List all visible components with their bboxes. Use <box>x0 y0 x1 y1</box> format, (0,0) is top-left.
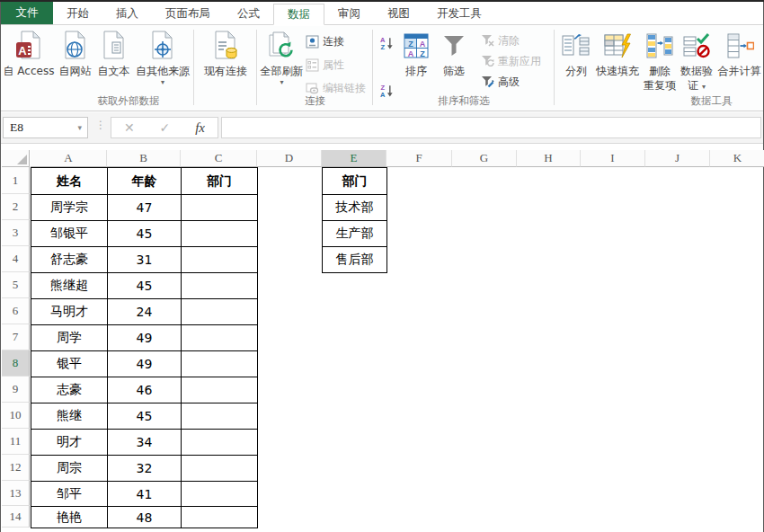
column-header-E[interactable]: E <box>322 150 386 167</box>
cell-A10[interactable]: 熊继 <box>31 403 108 430</box>
cell-E3[interactable]: 生产部 <box>322 220 387 247</box>
column-header-H[interactable]: H <box>517 150 581 167</box>
cell-C6[interactable] <box>181 298 258 325</box>
cell-A11[interactable]: 明才 <box>31 429 108 456</box>
name-box[interactable]: E8 ▾ <box>3 117 88 138</box>
button-label: 属性 <box>323 58 344 73</box>
cell-B12[interactable]: 32 <box>107 455 182 482</box>
cell-C9[interactable] <box>181 377 258 403</box>
cell-C10[interactable] <box>181 403 258 430</box>
cell-A2[interactable]: 周学宗 <box>31 194 108 221</box>
column-header-I[interactable]: I <box>581 150 645 167</box>
cell-A13[interactable]: 邹平 <box>31 481 108 507</box>
row-header-7[interactable]: 7 <box>2 324 30 350</box>
tab-0[interactable]: 开始 <box>53 4 102 24</box>
cell-B4[interactable]: 31 <box>107 246 182 273</box>
cell-A4[interactable]: 舒志豪 <box>31 246 108 273</box>
cell-C14[interactable] <box>181 506 258 528</box>
cell-B13[interactable]: 41 <box>107 481 182 507</box>
cell-E1[interactable]: 部门 <box>322 167 387 195</box>
cell-C8[interactable] <box>181 350 258 377</box>
cell-B1[interactable]: 年龄 <box>107 167 182 195</box>
cell-C5[interactable] <box>181 272 258 299</box>
ribbon-tab-bar: 文件 开始插入页面布局公式数据审阅视图开发工具 <box>1 2 763 25</box>
column-header-D[interactable]: D <box>257 150 322 167</box>
edit-links-icon <box>305 81 320 95</box>
cell-A5[interactable]: 熊继超 <box>31 272 108 299</box>
row-header-14[interactable]: 14 <box>2 506 30 528</box>
reapply-filter-button[interactable]: 重新应用 <box>480 52 541 70</box>
formula-bar-splitter[interactable]: ⋮ <box>95 119 106 131</box>
cell-A14[interactable]: 艳艳 <box>31 506 108 528</box>
row-header-1[interactable]: 1 <box>2 167 30 194</box>
column-header-F[interactable]: F <box>386 150 452 167</box>
flash-fill-button[interactable]: 快速填充 <box>594 29 641 111</box>
row-header-12[interactable]: 12 <box>2 455 30 481</box>
cell-C2[interactable] <box>181 194 258 221</box>
cell-A8[interactable]: 银平 <box>31 350 108 377</box>
cell-A1[interactable]: 姓名 <box>31 167 108 195</box>
sort-ascending-button[interactable]: A Z <box>379 34 397 52</box>
cell-A7[interactable]: 周学 <box>31 324 108 351</box>
cell-C1[interactable]: 部门 <box>181 167 258 195</box>
advanced-filter-button[interactable]: 高级 <box>480 73 520 91</box>
cell-A12[interactable]: 周宗 <box>31 455 108 482</box>
cell-B5[interactable]: 45 <box>107 272 182 299</box>
column-header-C[interactable]: C <box>181 150 257 167</box>
connections-button[interactable]: 连接 <box>305 32 344 50</box>
row-header-2[interactable]: 2 <box>2 194 30 220</box>
select-all-corner[interactable] <box>2 150 30 167</box>
cell-B6[interactable]: 24 <box>107 298 182 325</box>
cell-C11[interactable] <box>181 429 258 456</box>
row-header-8[interactable]: 8 <box>2 350 30 377</box>
row-header-11[interactable]: 11 <box>2 429 30 455</box>
enter-icon[interactable]: ✓ <box>160 120 171 135</box>
cell-C7[interactable] <box>181 324 258 351</box>
cell-B7[interactable]: 49 <box>107 324 182 351</box>
cell-B8[interactable]: 49 <box>107 350 182 377</box>
tab-7[interactable]: 开发工具 <box>423 4 495 24</box>
cell-B10[interactable]: 45 <box>107 403 182 430</box>
cell-A3[interactable]: 邹银平 <box>31 220 108 247</box>
column-header-K[interactable]: K <box>710 150 764 167</box>
cancel-icon[interactable]: ✕ <box>124 120 135 135</box>
tab-3[interactable]: 公式 <box>224 4 273 24</box>
column-header-B[interactable]: B <box>107 150 181 167</box>
row-header-5[interactable]: 5 <box>2 272 30 298</box>
text-to-columns-button[interactable]: 分列 <box>559 29 593 111</box>
column-header-A[interactable]: A <box>31 150 107 167</box>
cell-A9[interactable]: 志豪 <box>31 377 108 403</box>
tab-5[interactable]: 审阅 <box>324 4 374 24</box>
row-header-9[interactable]: 9 <box>2 377 30 403</box>
cell-E2[interactable]: 技术部 <box>322 194 387 221</box>
tab-6[interactable]: 视图 <box>374 4 423 24</box>
cell-B2[interactable]: 47 <box>107 194 182 221</box>
cell-C4[interactable] <box>181 246 258 273</box>
tab-1[interactable]: 插入 <box>102 4 152 24</box>
column-header-J[interactable]: J <box>645 150 710 167</box>
cell-C13[interactable] <box>181 481 258 507</box>
name-box-dropdown-icon[interactable]: ▾ <box>77 123 82 132</box>
dropdown-arrow-icon: ▾ <box>702 83 706 91</box>
row-header-13[interactable]: 13 <box>2 481 30 506</box>
cell-B11[interactable]: 34 <box>107 429 182 456</box>
tab-2[interactable]: 页面布局 <box>152 4 224 24</box>
clear-filter-button[interactable]: 清除 <box>480 31 520 49</box>
properties-button[interactable]: 属性 <box>305 56 344 74</box>
row-header-10[interactable]: 10 <box>2 403 30 429</box>
formula-input[interactable] <box>221 117 761 138</box>
cell-B9[interactable]: 46 <box>107 377 182 403</box>
row-header-4[interactable]: 4 <box>2 246 30 272</box>
cell-B14[interactable]: 48 <box>107 506 182 528</box>
cell-B3[interactable]: 45 <box>107 220 182 247</box>
tab-4[interactable]: 数据 <box>273 4 324 25</box>
tab-file[interactable]: 文件 <box>1 2 53 24</box>
cell-C12[interactable] <box>181 455 258 482</box>
row-header-6[interactable]: 6 <box>2 298 30 324</box>
column-header-G[interactable]: G <box>452 150 517 167</box>
cell-E4[interactable]: 售后部 <box>322 246 387 273</box>
insert-function-icon[interactable]: fx <box>195 120 205 136</box>
row-header-3[interactable]: 3 <box>2 220 30 246</box>
cell-A6[interactable]: 马明才 <box>31 298 108 325</box>
cell-C3[interactable] <box>181 220 258 247</box>
